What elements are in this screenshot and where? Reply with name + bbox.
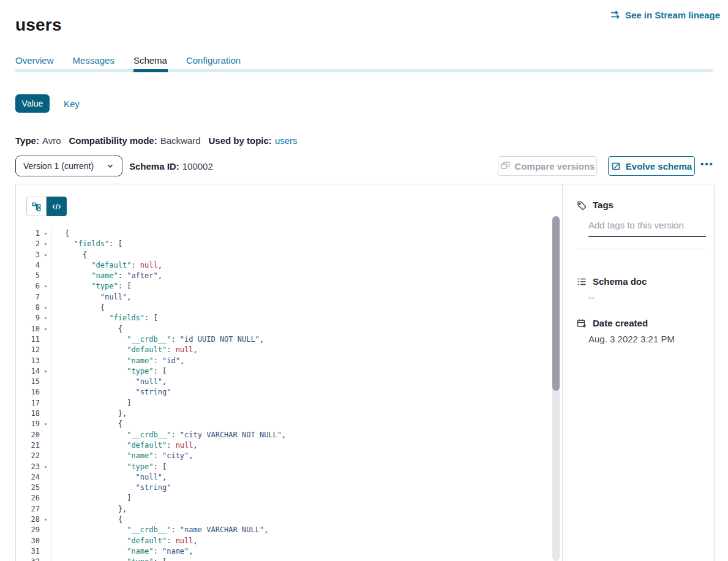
- line-number: 3: [16, 250, 40, 260]
- code-line: 26 ]: [16, 493, 552, 503]
- fold-spacer: [40, 260, 52, 271]
- fold-spacer: [40, 440, 52, 451]
- schema-panel: 1▾{2▾ "fields": [3▾ {4 "default": null,5…: [15, 184, 715, 561]
- tab-bar: Overview Messages Schema Configuration: [15, 55, 241, 66]
- code-line: 8▾ {: [16, 303, 552, 313]
- fold-arrow-icon[interactable]: ▾: [40, 557, 52, 561]
- stream-lineage-link[interactable]: See in Stream lineage: [610, 9, 720, 20]
- sidebar-divider: [577, 249, 707, 249]
- evolve-schema-button[interactable]: Evolve schema: [608, 156, 695, 176]
- tab-messages[interactable]: Messages: [73, 55, 114, 66]
- compare-versions-button[interactable]: Compare versions: [498, 156, 597, 176]
- tab-overview[interactable]: Overview: [15, 55, 54, 66]
- page-title: users: [15, 15, 62, 35]
- value-toggle-button[interactable]: Value: [15, 94, 50, 113]
- tags-section-heading: Tags: [577, 200, 614, 210]
- fold-spacer: [40, 483, 52, 493]
- fold-spacer: [40, 546, 52, 557]
- code-line: 14▾ "type": [: [16, 366, 552, 377]
- code-line: 18 },: [16, 409, 552, 419]
- code-text: "type": [: [52, 557, 167, 561]
- fold-spacer: [40, 387, 52, 397]
- editor-scrollbar-track[interactable]: [552, 216, 560, 561]
- fold-arrow-icon[interactable]: ▾: [40, 366, 52, 377]
- stream-lineage-icon: [610, 9, 621, 20]
- code-text: {: [52, 228, 69, 239]
- code-line: 27 },: [16, 504, 552, 514]
- line-number: 27: [16, 504, 40, 514]
- fold-arrow-icon[interactable]: ▾: [40, 514, 52, 525]
- tree-view-toggle[interactable]: [26, 197, 47, 216]
- code-line: 10▾ {: [16, 324, 552, 334]
- line-number: 21: [16, 440, 40, 451]
- version-select-value: Version 1 (current): [23, 161, 94, 171]
- line-number: 16: [16, 387, 40, 397]
- line-number: 28: [16, 514, 40, 525]
- used-by-topic-field: Used by topic:users: [209, 135, 298, 146]
- fold-spacer: [40, 271, 52, 281]
- line-number: 1: [16, 228, 40, 239]
- tab-strip: [15, 69, 713, 72]
- calendar-plus-icon: [577, 318, 587, 328]
- line-number: 14: [16, 366, 40, 377]
- tab-configuration[interactable]: Configuration: [186, 55, 241, 66]
- tag-icon: [577, 200, 587, 210]
- code-line: 25 "string": [16, 483, 552, 493]
- line-number: 19: [16, 419, 40, 429]
- line-number: 29: [16, 525, 40, 535]
- date-created-heading: Date created: [577, 318, 648, 328]
- line-number: 13: [16, 356, 40, 366]
- code-text: {: [52, 303, 105, 313]
- schema-sidebar: Tags Schema doc --: [563, 184, 715, 561]
- date-created-value: Aug. 3 2022 3:21 PM: [588, 334, 675, 344]
- code-text: "fields": [: [52, 313, 158, 323]
- tags-input[interactable]: [588, 220, 706, 237]
- fold-spacer: [40, 398, 52, 409]
- fold-arrow-icon[interactable]: ▾: [40, 462, 52, 472]
- code-text: ]: [52, 493, 131, 503]
- fold-arrow-icon[interactable]: ▾: [40, 324, 52, 334]
- code-line: 21 "default": null,: [16, 440, 552, 451]
- fold-arrow-icon[interactable]: ▾: [40, 313, 52, 323]
- more-options-button[interactable]: •••: [700, 159, 714, 169]
- used-by-topic-link[interactable]: users: [275, 135, 298, 146]
- code-text: "__crdb__": "id UUID NOT NULL",: [52, 334, 264, 345]
- key-toggle-button[interactable]: Key: [64, 99, 80, 109]
- tab-schema[interactable]: Schema: [133, 55, 167, 66]
- code-text: "__crdb__": "name VARCHAR NULL",: [52, 525, 268, 535]
- line-number: 4: [16, 260, 40, 271]
- date-created-title: Date created: [593, 318, 648, 328]
- fold-arrow-icon[interactable]: ▾: [40, 419, 52, 429]
- fold-arrow-icon[interactable]: ▾: [40, 281, 52, 292]
- code-text: "type": [: [52, 462, 167, 472]
- editor-scrollbar-thumb[interactable]: [552, 216, 560, 391]
- schema-doc-value: --: [588, 292, 595, 303]
- code-text: "null",: [52, 292, 131, 303]
- fold-arrow-icon[interactable]: ▾: [40, 239, 52, 249]
- version-select[interactable]: Version 1 (current): [15, 156, 122, 176]
- code-line: 23▾ "type": [: [16, 462, 552, 472]
- fold-spacer: [40, 409, 52, 419]
- fold-spacer: [40, 504, 52, 514]
- code-text: "null",: [52, 377, 167, 387]
- code-line: 3▾ {: [16, 250, 552, 260]
- fold-arrow-icon[interactable]: ▾: [40, 250, 52, 260]
- line-number: 32: [16, 557, 40, 561]
- fold-spacer: [40, 334, 52, 345]
- schema-doc-title: Schema doc: [593, 276, 647, 287]
- code-icon: [52, 202, 61, 211]
- code-line: 4 "default": null,: [16, 260, 552, 271]
- evolve-schema-label: Evolve schema: [626, 161, 692, 171]
- fold-arrow-icon[interactable]: ▾: [40, 228, 52, 239]
- stream-lineage-label: See in Stream lineage: [625, 10, 720, 20]
- code-line: 7 "null",: [16, 292, 552, 303]
- code-line: 13 "name": "id",: [16, 356, 552, 366]
- code-view-toggle[interactable]: [47, 197, 67, 216]
- code-line: 12 "default": null,: [16, 345, 552, 355]
- code-text: "type": [: [52, 366, 167, 377]
- code-line: 31 "name": "name",: [16, 546, 552, 557]
- fold-arrow-icon[interactable]: ▾: [40, 303, 52, 313]
- code-line: 30 "default": null,: [16, 536, 552, 546]
- code-line: 32▾ "type": [: [16, 557, 552, 561]
- code-line: 24 "null",: [16, 472, 552, 483]
